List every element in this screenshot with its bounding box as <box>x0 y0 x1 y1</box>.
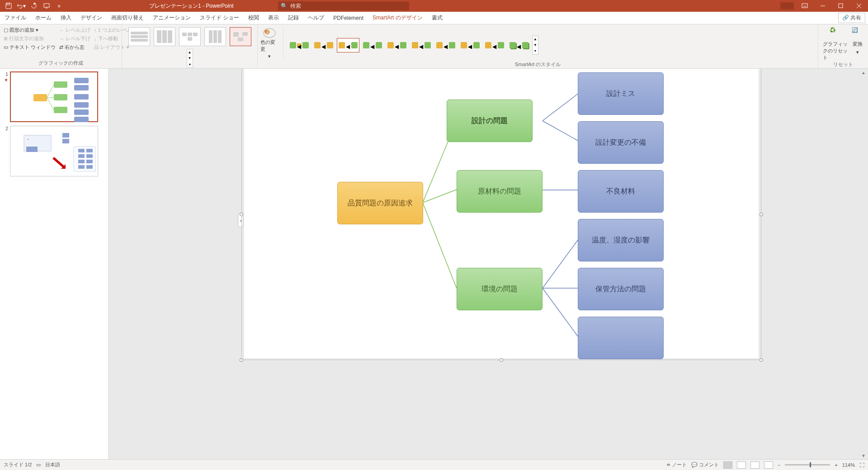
save-icon[interactable] <box>4 1 14 11</box>
node-l3-env-3[interactable] <box>578 317 664 359</box>
node-l3-env-1[interactable]: 温度、湿度の影響 <box>578 219 664 261</box>
tab-review[interactable]: 校閲 <box>244 12 264 24</box>
style-5[interactable]: ◀ <box>386 38 408 52</box>
account-block[interactable] <box>780 2 794 9</box>
share-button[interactable]: 🔗 共有 <box>838 13 865 23</box>
tab-file[interactable]: ファイル <box>0 12 31 24</box>
svg-rect-31 <box>78 160 85 163</box>
window-controls <box>780 0 868 12</box>
tab-design[interactable]: デザイン <box>76 12 107 24</box>
search-box[interactable]: 🔍 検索 <box>278 1 409 10</box>
redo-icon[interactable] <box>29 1 39 11</box>
style-3-selected[interactable]: ◀ <box>337 38 359 52</box>
svg-line-37 <box>423 203 457 288</box>
text-pane-button[interactable]: ▭ テキスト ウィンドウ <box>3 43 57 51</box>
style-10[interactable]: ◀ <box>508 38 530 52</box>
node-l2-material[interactable]: 原材料の問題 <box>457 170 542 213</box>
notes-button[interactable]: ≐ ノート <box>666 461 687 468</box>
style-4[interactable]: ◀ <box>361 38 384 52</box>
convert-button[interactable]: 🔄 変換▾ <box>852 27 863 61</box>
slide-thumb-1-image <box>10 71 98 122</box>
tab-smartart-design[interactable]: SmartArt のデザイン <box>368 12 427 24</box>
workspace: 1★ 2 <box>0 69 868 459</box>
svg-rect-27 <box>78 149 85 152</box>
layout-thumb-2[interactable] <box>154 27 175 46</box>
tab-format[interactable]: 書式 <box>427 12 447 24</box>
zoom-out-button[interactable]: − <box>778 462 780 468</box>
tab-record[interactable]: 記録 <box>283 12 303 24</box>
slide-thumbnails-pane[interactable]: 1★ 2 <box>0 69 108 459</box>
tab-help[interactable]: ヘルプ <box>303 12 329 24</box>
style-7[interactable]: ◀ <box>434 38 457 52</box>
ribbon-display-icon[interactable] <box>796 0 814 12</box>
svg-rect-10 <box>54 94 67 100</box>
zoom-slider[interactable] <box>785 464 830 465</box>
layout-thumb-5-selected[interactable] <box>230 27 251 46</box>
tab-view[interactable]: 表示 <box>264 12 283 24</box>
group-smartart-styles: 🎨 色の変更▾ ◀ ◀ ◀ ◀ ◀ ◀ ◀ ◀ ◀ ◀ ▲▼▾ SmartArt… <box>258 24 818 68</box>
svg-rect-22 <box>26 147 38 152</box>
slide-number-1: 1★ <box>3 71 10 122</box>
style-2[interactable]: ◀ <box>312 38 335 52</box>
slideshow-view-button[interactable] <box>764 461 773 469</box>
selection-handle-bc[interactable] <box>500 358 503 362</box>
style-9[interactable]: ◀ <box>483 38 506 52</box>
status-bar: スライド 1/2 ▭ 日本語 ≐ ノート 💬 コメント − + 114% ⛶ <box>0 459 868 470</box>
start-show-icon[interactable] <box>42 1 52 11</box>
selection-handle-br[interactable] <box>760 358 763 362</box>
slide-thumb-2[interactable]: 2 ● <box>3 126 105 176</box>
svg-rect-23 <box>62 133 69 138</box>
slide-canvas-area[interactable]: ◂ 品質問題の原因追求 設計 <box>108 69 868 459</box>
styles-more-button[interactable]: ▲▼▾ <box>532 36 538 55</box>
slide-thumb-1[interactable]: 1★ <box>3 71 105 122</box>
zoom-in-button[interactable]: + <box>835 462 837 468</box>
svg-line-39 <box>542 121 579 141</box>
node-l3-material-1[interactable]: 不良材料 <box>578 170 664 213</box>
status-slide-indicator[interactable]: スライド 1/2 <box>4 461 32 468</box>
node-l3-design-1[interactable]: 設計ミス <box>578 72 664 115</box>
accessibility-icon[interactable]: ▭ <box>36 462 41 468</box>
comments-button[interactable]: 💬 コメント <box>691 461 719 468</box>
svg-rect-1 <box>7 3 9 5</box>
reading-view-button[interactable] <box>750 461 760 469</box>
vertical-scrollbar[interactable]: ▲ ▼ <box>860 69 867 459</box>
scroll-up-icon[interactable]: ▲ <box>860 69 867 76</box>
tab-animations[interactable]: アニメーション <box>148 12 195 24</box>
fit-to-window-button[interactable]: ⛶ <box>859 462 864 468</box>
add-shape-button[interactable]: ▢ 図形の追加 ▾ <box>3 26 57 34</box>
selection-handle-bl[interactable] <box>240 358 243 362</box>
rtl-button[interactable]: ⇄ 右から左 <box>58 43 91 51</box>
node-l2-design[interactable]: 設計の問題 <box>447 100 533 142</box>
svg-line-18 <box>47 85 54 98</box>
sorter-view-button[interactable] <box>737 461 746 469</box>
selection-handle-mr[interactable] <box>760 213 763 216</box>
tab-insert[interactable]: 挿入 <box>56 12 76 24</box>
style-6[interactable]: ◀ <box>410 38 433 52</box>
status-language[interactable]: 日本語 <box>45 461 60 468</box>
minimize-icon[interactable] <box>814 0 832 12</box>
style-1[interactable]: ◀ <box>288 38 311 52</box>
style-8[interactable]: ◀ <box>459 38 481 52</box>
tab-pdfelement[interactable]: PDFelement <box>329 12 368 24</box>
change-colors-button[interactable]: 🎨 色の変更▾ <box>260 26 278 59</box>
reset-graphic-button[interactable]: ♻️ グラフィックのリセット <box>823 27 848 61</box>
zoom-value[interactable]: 114% <box>842 462 855 468</box>
node-l3-design-2[interactable]: 設計変更の不備 <box>578 121 664 164</box>
selection-handle-ml[interactable] <box>240 213 243 216</box>
maximize-icon[interactable] <box>832 0 850 12</box>
undo-icon[interactable]: ▾ <box>16 1 26 11</box>
tab-slideshow[interactable]: スライド ショー <box>195 12 244 24</box>
qat-customize-icon[interactable]: ≡ <box>54 1 64 11</box>
layout-thumb-4[interactable] <box>204 27 226 46</box>
layouts-more-button[interactable]: ▲▼▾ <box>187 49 193 68</box>
node-root[interactable]: 品質問題の原因追求 <box>337 182 423 224</box>
tab-home[interactable]: ホーム <box>31 12 56 24</box>
tab-transitions[interactable]: 画面切り替え <box>107 12 148 24</box>
layout-thumb-1[interactable] <box>128 27 150 46</box>
node-l2-env[interactable]: 環境の問題 <box>457 268 542 310</box>
layout-thumb-3[interactable] <box>179 27 201 46</box>
node-l3-env-2[interactable]: 保管方法の問題 <box>578 268 664 310</box>
scroll-down-icon[interactable]: ▼ <box>860 452 867 459</box>
close-icon[interactable] <box>850 0 868 12</box>
normal-view-button[interactable] <box>723 461 732 469</box>
